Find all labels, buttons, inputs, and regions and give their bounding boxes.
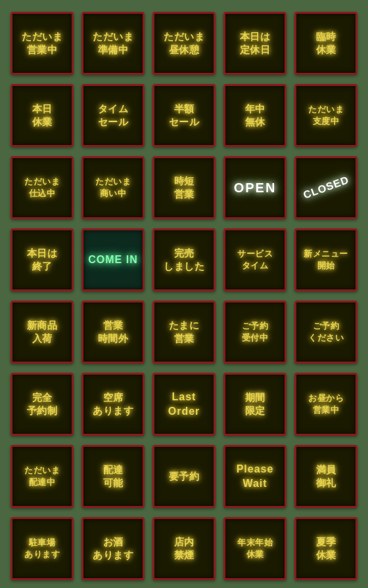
sign-shinshohin-nyuuka: 新商品 入荷 — [11, 301, 74, 364]
sign-kikan-gentei: 期間 限定 — [223, 373, 287, 436]
sign-kanzen-urikire: 完売 しました — [152, 228, 216, 291]
sign-text-tadaima-hiruyasumi: ただいま 昼休憩 — [164, 30, 204, 57]
sign-please-wait: Please Wait — [223, 445, 287, 508]
sign-yoyaku-hitsuyou: 要予約 — [152, 445, 216, 508]
sign-nenmatsu-nenshi-kyuugyou: 年末年始 休業 — [223, 517, 287, 580]
sign-tadaima-haitatsuchuu: ただいま 配達中 — [11, 445, 74, 508]
sign-service-time: サービス タイム — [223, 228, 287, 291]
sign-text-manin-orei: 満員 御礼 — [316, 463, 336, 490]
sign-tamani-eigyou: たまに 営業 — [152, 301, 216, 364]
sign-eigyou-jikangai: 営業 時間外 — [81, 301, 145, 364]
sign-text-last-order: Last Order — [168, 390, 200, 418]
sign-haitatsu-kanou: 配達 可能 — [81, 445, 145, 508]
sign-text-nenmatsu-nenshi-kyuugyou: 年末年始 休業 — [237, 537, 273, 560]
sign-manin-orei: 満員 御礼 — [294, 445, 357, 508]
sign-text-shin-menu-kaishi: 新メニュー 開始 — [304, 248, 348, 271]
sign-closed: CLOSED — [294, 156, 357, 219]
sign-text-rinji-kyuugyou: 臨時 休業 — [316, 30, 336, 57]
sign-nenchuu-mukyu: 年中 無休 — [223, 84, 287, 147]
sign-text-tadaima-junbichuu: ただいま 準備中 — [93, 30, 133, 57]
sign-honjitsu-kyuugyou: 本日 休業 — [11, 84, 74, 147]
sign-text-tadaima-shikomi: ただいま 仕込中 — [24, 176, 60, 199]
sign-kuuseki-arimasu: 空席 あります — [81, 373, 145, 436]
sign-text-shinshohin-nyuuka: 新商品 入荷 — [27, 319, 58, 346]
sign-text-come-in: COME IN — [88, 253, 137, 267]
sign-text-osake-arimasu: お酒 あります — [93, 536, 133, 562]
sign-text-please-wait: Please Wait — [237, 462, 274, 490]
sign-tadaima-akinai: ただいま 商い中 — [81, 156, 145, 219]
sign-text-open: OPEN — [234, 179, 277, 197]
sign-text-tennai-kinnen: 店内 禁煙 — [174, 536, 195, 562]
sign-tadaima-shichuu: ただいま 支度中 — [294, 84, 357, 147]
sign-text-nenchuu-mukyu: 年中 無休 — [245, 102, 265, 129]
sign-tennai-kinnen: 店内 禁煙 — [152, 517, 216, 580]
sign-rinji-kyuugyou: 臨時 休業 — [294, 12, 357, 75]
sign-text-service-time: サービス タイム — [237, 248, 273, 271]
sign-kaiki-kyuugyou: 夏季 休業 — [294, 517, 357, 580]
sign-text-jitan-eigyou: 時短 営業 — [174, 175, 195, 201]
sign-text-yoyaku-hitsuyou: 要予約 — [169, 470, 200, 483]
sign-text-hangaku-sale: 半額 セール — [169, 102, 200, 129]
sign-honjitsu-shuuryou: 本日は 終了 — [11, 228, 74, 291]
sign-text-goyoyaku-uketsuke: ご予約 受付中 — [242, 320, 269, 343]
sign-tadaima-eigyochuu: ただいま 営業中 — [11, 12, 74, 75]
sign-last-order: Last Order — [152, 373, 216, 436]
sign-goyoyaku-kudasai: ご予約 ください — [294, 301, 357, 364]
sign-come-in: COME IN — [81, 228, 145, 291]
sign-text-kanzen-urikire: 完売 しました — [164, 247, 204, 274]
sign-text-tadaima-akinai: ただいま 商い中 — [95, 176, 131, 199]
sign-text-closed: CLOSED — [301, 173, 351, 202]
sign-text-chuushajou-arimasu: 駐車場 あります — [24, 537, 60, 560]
sign-chuushajou-arimasu: 駐車場 あります — [11, 517, 74, 580]
sign-text-haitatsu-kanou: 配達 可能 — [103, 463, 124, 490]
sign-shin-menu-kaishi: 新メニュー 開始 — [294, 228, 357, 291]
sign-text-eigyou-jikangai: 営業 時間外 — [98, 319, 129, 346]
sign-tadaima-junbichuu: ただいま 準備中 — [81, 12, 145, 75]
sign-honjitsu-teikyu: 本日は 定休日 — [223, 12, 287, 75]
sign-tadaima-hiruyasumi: ただいま 昼休憩 — [152, 12, 216, 75]
sign-jitan-eigyou: 時短 営業 — [152, 156, 216, 219]
sign-text-time-sale: タイム セール — [98, 102, 129, 129]
sign-text-kaiki-kyuugyou: 夏季 休業 — [316, 536, 336, 562]
sign-text-tadaima-eigyochuu: ただいま 営業中 — [22, 30, 62, 57]
sign-text-honjitsu-kyuugyou: 本日 休業 — [32, 102, 53, 129]
sign-text-tadaima-shichuu: ただいま 支度中 — [308, 104, 344, 127]
sign-tadaima-shikomi: ただいま 仕込中 — [11, 156, 74, 219]
sign-text-goyoyaku-kudasai: ご予約 ください — [308, 320, 344, 343]
sign-text-kikan-gentei: 期間 限定 — [245, 391, 265, 418]
sign-goyoyaku-uketsuke: ご予約 受付中 — [223, 301, 287, 364]
sign-kanzen-yoyakusei: 完全 予約制 — [11, 373, 74, 436]
sign-text-kuuseki-arimasu: 空席 あります — [93, 391, 133, 418]
sign-text-tamani-eigyou: たまに 営業 — [169, 319, 200, 346]
sign-text-honjitsu-shuuryou: 本日は 終了 — [27, 247, 58, 274]
sign-ohiru-kara-eigyou: お昼から 営業中 — [294, 373, 357, 436]
sign-hangaku-sale: 半額 セール — [152, 84, 216, 147]
sign-text-kanzen-yoyakusei: 完全 予約制 — [27, 391, 58, 418]
sign-text-tadaima-haitatsuchuu: ただいま 配達中 — [24, 465, 60, 488]
sign-open: OPEN — [223, 156, 287, 219]
sign-time-sale: タイム セール — [81, 84, 145, 147]
sign-text-ohiru-kara-eigyou: お昼から 営業中 — [308, 392, 344, 415]
sign-grid: ただいま 営業中ただいま 準備中ただいま 昼休憩本日は 定休日臨時 休業本日 休… — [11, 12, 357, 580]
sign-osake-arimasu: お酒 あります — [81, 517, 145, 580]
sign-text-honjitsu-teikyu: 本日は 定休日 — [240, 30, 271, 57]
